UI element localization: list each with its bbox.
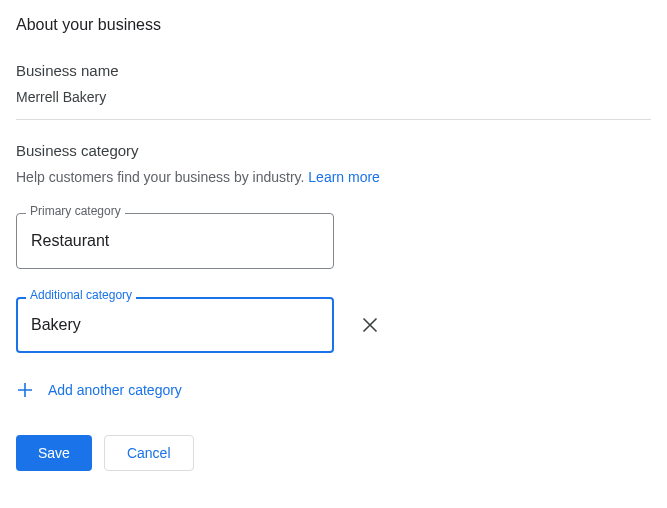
primary-category-field: Primary category — [16, 213, 334, 269]
page-title: About your business — [16, 16, 651, 34]
action-buttons: Save Cancel — [16, 435, 651, 471]
primary-category-legend: Primary category — [26, 204, 125, 218]
save-button[interactable]: Save — [16, 435, 92, 471]
business-name-value[interactable]: Merrell Bakery — [16, 89, 651, 105]
primary-category-input[interactable] — [16, 213, 334, 269]
additional-category-input[interactable] — [16, 297, 334, 353]
add-another-category-button[interactable]: Add another category — [16, 381, 182, 399]
remove-category-button[interactable] — [358, 313, 382, 337]
help-text-content: Help customers find your business by ind… — [16, 169, 308, 185]
plus-icon — [16, 381, 34, 399]
business-name-label: Business name — [16, 62, 651, 79]
learn-more-link[interactable]: Learn more — [308, 169, 380, 185]
close-icon — [362, 317, 378, 333]
business-category-help: Help customers find your business by ind… — [16, 169, 651, 185]
divider — [16, 119, 651, 120]
business-category-label: Business category — [16, 142, 651, 159]
cancel-button[interactable]: Cancel — [104, 435, 194, 471]
additional-category-field: Additional category — [16, 297, 334, 353]
additional-category-legend: Additional category — [26, 288, 136, 302]
add-another-label: Add another category — [48, 382, 182, 398]
